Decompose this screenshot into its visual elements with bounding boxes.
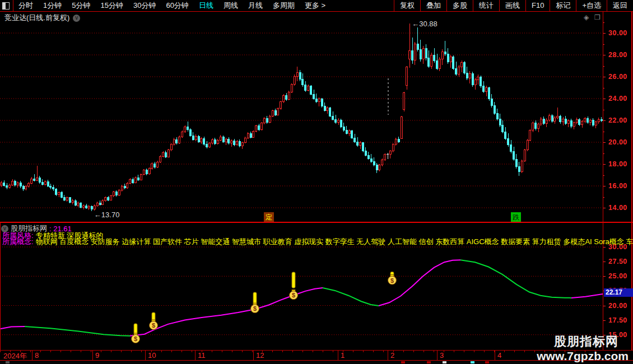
candle-body xyxy=(310,86,312,95)
price-axis-label: 28.00 xyxy=(608,51,627,59)
candle-body xyxy=(36,178,38,180)
candle-body xyxy=(348,131,350,134)
candle-body xyxy=(63,197,65,200)
candle-body xyxy=(91,206,92,209)
candle-body xyxy=(244,138,246,143)
candle-body xyxy=(434,55,435,61)
candle-body xyxy=(154,164,156,167)
chevron-down-icon[interactable]: v xyxy=(73,15,80,22)
candle-body xyxy=(362,143,364,151)
candle-body xyxy=(225,139,227,142)
candle-body xyxy=(187,127,189,130)
candle-body xyxy=(20,183,21,186)
candle-body xyxy=(247,133,249,138)
diamond-icon[interactable]: ◈ xyxy=(584,13,589,21)
candle-body xyxy=(9,185,11,188)
menu-item-返回[interactable]: 返回 xyxy=(607,0,633,11)
price-axis-label: 20.00 xyxy=(608,138,627,146)
candle-body xyxy=(283,95,285,102)
candle-body xyxy=(170,144,172,150)
candle-body xyxy=(263,118,265,123)
candle-body xyxy=(565,119,566,124)
candle-body xyxy=(162,153,164,157)
month-boundary xyxy=(92,351,93,360)
month-label: 12 xyxy=(256,351,264,360)
candle-body xyxy=(321,99,323,106)
candle-body xyxy=(286,95,287,100)
candle-body xyxy=(461,63,463,67)
svg-text:$: $ xyxy=(390,277,394,284)
candle-body xyxy=(212,139,213,143)
candle-body xyxy=(50,186,52,188)
candle-body xyxy=(327,108,328,111)
candle-body xyxy=(338,120,339,123)
candle-body xyxy=(420,49,421,59)
candle-body xyxy=(302,80,304,85)
scroll-thumb[interactable] xyxy=(471,361,474,363)
month-boundary xyxy=(195,351,196,360)
candle-body xyxy=(332,116,334,119)
candle-body xyxy=(444,52,446,54)
candle-body xyxy=(527,140,528,150)
month-boundary xyxy=(388,351,388,360)
main-candlestick-chart[interactable]: ←30.88←13.70定跌 xyxy=(0,0,603,222)
candle-body xyxy=(266,118,268,123)
indicator-line-segment xyxy=(0,326,25,329)
candle-body xyxy=(181,132,183,137)
money-bag-icon: $ xyxy=(388,275,397,285)
candle-body xyxy=(195,136,197,139)
event-marker-text: 跌 xyxy=(513,213,519,221)
watermark-site-url: www.7gpzb.com xyxy=(537,349,629,363)
candle-body xyxy=(86,206,87,208)
indicator-axis-label: 17.50 xyxy=(608,316,627,324)
candle-body xyxy=(25,186,27,189)
month-label: 4 xyxy=(497,351,501,360)
candle-body xyxy=(403,92,405,109)
candle-body xyxy=(129,179,131,183)
candle-body xyxy=(135,178,137,183)
candle-body xyxy=(75,200,76,205)
candle-body xyxy=(335,119,337,123)
candle-body xyxy=(255,126,257,132)
candle-body xyxy=(137,178,139,180)
candle-body xyxy=(584,118,586,122)
month-boundary xyxy=(253,351,254,360)
candle-body xyxy=(367,155,369,158)
candle-body xyxy=(557,116,558,118)
candle-body xyxy=(472,73,473,85)
candle-body xyxy=(496,113,498,119)
candle-body xyxy=(41,182,43,184)
candle-body xyxy=(455,68,457,74)
indicator-line-segment xyxy=(460,260,571,298)
price-axis-label: 30.00 xyxy=(608,29,627,37)
candle-body xyxy=(77,203,79,205)
candle-body xyxy=(108,197,109,200)
candle-body xyxy=(110,196,112,200)
signal-bar-icon xyxy=(134,324,137,334)
candle-body xyxy=(17,183,18,185)
svg-text:$: $ xyxy=(134,335,137,342)
candle-body xyxy=(88,206,90,208)
candle-body xyxy=(381,160,383,165)
candle-body xyxy=(132,179,134,183)
candle-body xyxy=(357,142,359,146)
candle-body xyxy=(72,200,73,202)
indicator-axis-label: 20.00 xyxy=(608,302,627,310)
candle-body xyxy=(239,141,240,146)
price-axis-label: 16.00 xyxy=(608,182,627,190)
layout-panes-icon[interactable]: ❐ xyxy=(594,13,601,21)
month-boundary xyxy=(437,351,437,360)
candle-body xyxy=(198,136,199,142)
left-border-line xyxy=(0,222,1,360)
candle-body xyxy=(80,203,82,207)
candle-body xyxy=(203,138,205,144)
candle-body xyxy=(579,119,580,125)
candle-body xyxy=(294,76,295,85)
candle-body xyxy=(39,178,40,182)
candle-body xyxy=(160,156,161,162)
candle-body xyxy=(592,120,594,125)
month-label: 9 xyxy=(95,351,99,360)
candle-body xyxy=(189,130,191,136)
candle-body xyxy=(601,119,602,121)
scroll-mark xyxy=(485,361,489,363)
